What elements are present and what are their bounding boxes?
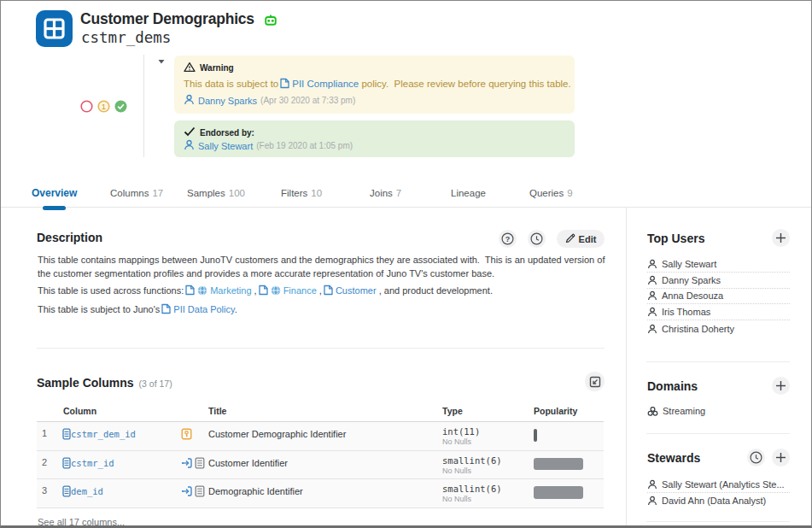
column-name-link[interactable]: dem_id xyxy=(71,486,103,496)
expand-columns-button[interactable] xyxy=(585,372,605,391)
column-badges xyxy=(181,485,205,501)
row-number: 1 xyxy=(42,428,47,438)
user-list-item[interactable]: Sally Stewart xyxy=(647,256,790,273)
tab-lineage[interactable]: Lineage xyxy=(451,188,486,198)
user-list-item[interactable]: Danny Sparks xyxy=(647,273,790,289)
tab-label: Lineage xyxy=(451,188,486,198)
active-tab-underline xyxy=(43,206,66,210)
top-users-list: Sally Stewart Danny Sparks Anna Desouza … xyxy=(647,256,790,337)
document-icon xyxy=(280,78,289,91)
domain-name: Streaming xyxy=(663,406,705,416)
document-icon xyxy=(324,285,333,300)
popularity-bar xyxy=(534,486,583,499)
user-list-item[interactable]: Anna Desouza xyxy=(647,289,790,305)
tab-overview[interactable]: Overview xyxy=(32,187,77,199)
column-badges xyxy=(181,428,192,443)
status-indicators: 1 xyxy=(80,100,127,116)
column-type: int(11) xyxy=(442,426,480,437)
tab-label: Overview xyxy=(32,187,77,199)
collapse-caret-icon[interactable] xyxy=(157,54,166,69)
sidebar-divider xyxy=(626,208,627,528)
warning-byline: Danny Sparks (Apr 30 2020 at 7:33 pm) xyxy=(184,94,571,107)
column-icon xyxy=(62,457,71,472)
column-nulls: No Nulls xyxy=(442,495,471,503)
tab-samples[interactable]: Samples100 xyxy=(187,188,245,198)
steward-list-item[interactable]: David Ahn (Data Analyst) xyxy=(647,493,790,509)
steward-list-item[interactable]: Sally Stewart (Analytics Ste... xyxy=(647,477,790,493)
tab-label: Queries xyxy=(529,188,564,198)
document-icon xyxy=(161,303,171,319)
column-title: Demographic Identifier xyxy=(208,486,303,496)
table-row[interactable]: 2 cstmr_id Customer Identifier smallint(… xyxy=(37,451,604,480)
see-all-columns-link[interactable]: See all 17 columns... xyxy=(37,508,604,528)
edit-description-button[interactable]: Edit xyxy=(557,230,605,248)
tab-joins[interactable]: Joins7 xyxy=(370,188,401,198)
person-icon xyxy=(647,307,657,317)
section-divider xyxy=(37,348,605,349)
person-icon xyxy=(647,290,657,301)
user-name: Sally Stewart xyxy=(662,259,716,269)
comma-separator: , xyxy=(379,285,382,296)
steward-name: Sally Stewart (Analytics Ste... xyxy=(662,479,785,490)
sample-columns-count: (3 of 17) xyxy=(139,378,172,389)
user-list-item[interactable]: Christina Doherty xyxy=(647,320,790,337)
warning-user-link[interactable]: Danny Sparks xyxy=(198,96,257,106)
top-users-heading: Top Users xyxy=(647,232,704,245)
heading-text: Sample Columns xyxy=(37,376,134,390)
add-steward-button[interactable] xyxy=(772,449,790,466)
table-header-row: Column Title Type Popularity xyxy=(37,401,604,421)
tab-count: 9 xyxy=(567,188,572,198)
document-icon xyxy=(185,285,195,300)
add-domain-button[interactable] xyxy=(772,377,790,395)
user-list-item[interactable]: Iris Thomas xyxy=(647,304,790,320)
table-row[interactable]: 1 cstmr_dem_id Customer Demographic Iden… xyxy=(37,422,604,451)
comma-separator: , xyxy=(319,285,322,296)
table-row[interactable]: 3 dem_id Demographic Identifier smallint… xyxy=(37,479,604,508)
description-paragraph-1: This table contains mappings between Jun… xyxy=(38,254,608,280)
column-type: smallint(6) xyxy=(442,484,502,494)
column-name-link[interactable]: cstmr_dem_id xyxy=(71,429,136,439)
domains-list: Streaming xyxy=(647,403,790,419)
pii-compliance-link[interactable]: PII Compliance xyxy=(292,79,359,89)
column-nulls: No Nulls xyxy=(442,437,471,446)
column-name-link[interactable]: cstmr_id xyxy=(71,458,114,468)
tab-count: 100 xyxy=(229,188,245,198)
tab-count: 10 xyxy=(311,188,322,198)
endorsed-label: Endorsed by: xyxy=(200,128,254,138)
svg-text:1: 1 xyxy=(102,102,106,111)
col-header-type: Type xyxy=(442,406,463,416)
customer-link[interactable]: Customer xyxy=(336,285,377,296)
endorsed-user-link[interactable]: Sally Stewart xyxy=(198,141,253,151)
column-type: smallint(6) xyxy=(442,455,502,466)
tab-label: Filters xyxy=(281,188,307,198)
section-divider xyxy=(646,433,790,434)
tab-columns[interactable]: Columns17 xyxy=(110,188,163,198)
pii-data-policy-link[interactable]: PII Data Policy xyxy=(173,304,234,314)
status-success-icon[interactable] xyxy=(114,100,127,116)
foreign-key-icon xyxy=(181,485,192,501)
help-button[interactable]: ? xyxy=(499,230,517,248)
status-warning-icon[interactable]: 1 xyxy=(97,100,110,116)
table-physical-name: cstmr_dems xyxy=(81,29,171,46)
description-paragraph-2: This table is used across functions:Mark… xyxy=(38,285,608,300)
column-title: Customer Identifier xyxy=(208,458,288,468)
domain-list-item[interactable]: Streaming xyxy=(647,403,790,419)
column-title: Customer Demographic Identifier xyxy=(208,429,346,439)
history-button[interactable] xyxy=(528,230,546,248)
col-header-popularity: Popularity xyxy=(534,406,577,416)
column-icon xyxy=(62,428,71,443)
warning-timestamp: (Apr 30 2020 at 7:33 pm) xyxy=(260,96,355,105)
add-top-user-button[interactable] xyxy=(772,229,790,247)
endorsed-header: Endorsed by: xyxy=(184,126,571,138)
person-icon xyxy=(647,479,657,490)
description-heading: Description xyxy=(37,231,102,244)
tab-queries[interactable]: Queries9 xyxy=(529,188,573,198)
finance-link[interactable]: Finance xyxy=(283,285,317,296)
endorsed-byline: Sally Stewart (Feb 19 2020 at 1:05 pm) xyxy=(184,139,571,152)
paragraph-text: This table is used across functions: xyxy=(38,285,184,296)
marketing-link[interactable]: Marketing xyxy=(210,285,251,296)
tab-filters[interactable]: Filters10 xyxy=(281,188,322,198)
status-error-icon[interactable] xyxy=(80,100,93,116)
stewards-history-button[interactable] xyxy=(747,449,765,466)
col-header-title: Title xyxy=(208,406,226,416)
